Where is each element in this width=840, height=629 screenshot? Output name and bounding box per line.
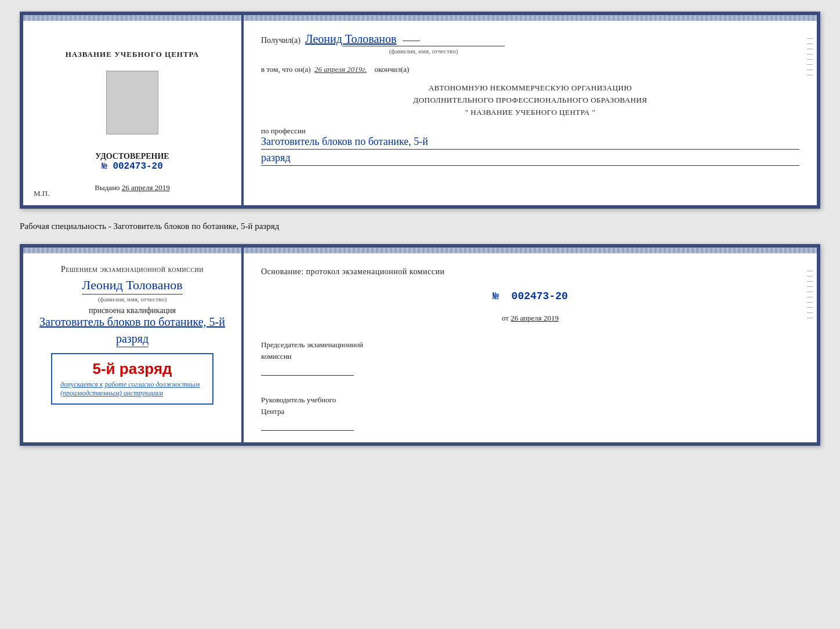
- rukovoditel-label-1: Руководитель учебного: [261, 394, 799, 406]
- okonchil-label: окончил(а): [374, 65, 409, 74]
- chairman-signature-line: [261, 365, 354, 376]
- vydano-label: Выдано: [95, 183, 120, 192]
- nazvanie-label: " НАЗВАНИЕ УЧЕБНОГО ЦЕНТРА ": [261, 107, 799, 119]
- avtonomnuyu-line2: ДОПОЛНИТЕЛЬНОГО ПРОФЕССИОНАЛЬНОГО ОБРАЗО…: [261, 94, 799, 107]
- document-card-1: НАЗВАНИЕ УЧЕБНОГО ЦЕНТРА УДОСТОВЕРЕНИЕ №…: [20, 12, 820, 209]
- razryad-big: разряд: [116, 332, 149, 347]
- leonid-name: Леонид Толованов: [82, 278, 182, 294]
- dopuskaetsya-text: допускается к работе согласно должностны…: [60, 380, 204, 398]
- recipient-name-1: Леонид Толованов: [305, 32, 397, 45]
- dash-after-name: [403, 41, 420, 41]
- specialty-label: Рабочая специальность - Заготовитель бло…: [20, 219, 820, 234]
- doc2-left-panel: Решением экзаменационной комиссии Леонид…: [23, 248, 244, 442]
- protocol-number: № 002473-20: [261, 290, 799, 302]
- chairman-block: Председатель экзаменационной комиссии: [261, 339, 799, 376]
- vtom-date: 26 апреля 2019г.: [314, 65, 367, 74]
- proto-prefix: №: [493, 290, 499, 302]
- instruktsii: (производственным) инструкциям: [60, 389, 204, 398]
- stamp-razryad: 5-й разряд: [60, 360, 204, 378]
- udostoverenie-label: УДОСТОВЕРЕНИЕ: [95, 152, 169, 161]
- dopuskaetsya-prefix: допускается к: [60, 380, 103, 388]
- poluchil-row: Получил(а) Леонид Толованов (фамилия, им…: [261, 32, 799, 54]
- document-card-2: Решением экзаменационной комиссии Леонид…: [20, 244, 820, 446]
- osnovanie-block: Основание: протокол экзаменационной коми…: [261, 267, 799, 277]
- udostoverenie-block: УДОСТОВЕРЕНИЕ № 002473-20: [95, 152, 169, 172]
- doc1-left-panel: НАЗВАНИЕ УЧЕБНОГО ЦЕНТРА УДОСТОВЕРЕНИЕ №…: [23, 15, 244, 205]
- photo-placeholder: [106, 71, 158, 134]
- number-value: 002473-20: [113, 161, 162, 172]
- avtonomnuyu-block: АВТОНОМНУЮ НЕКОММЕРЧЕСКУЮ ОРГАНИЗАЦИЮ ДО…: [261, 82, 799, 118]
- vydano-block: Выдано 26 апреля 2019: [95, 183, 169, 192]
- doc2-right-panel: Основание: протокол экзаменационной коми…: [244, 248, 817, 442]
- dopuskaetsya-work: работе согласно должностным: [104, 380, 200, 388]
- chairman-label-1: Председатель экзаменационной: [261, 339, 799, 351]
- prof-big: Заготовитель блоков по ботанике, 5-й: [39, 315, 225, 329]
- ot-prefix: от: [502, 314, 509, 322]
- fio-hint-1: (фамилия, имя, отчество): [342, 46, 505, 54]
- resheniem-label: Решением экзаменационной комиссии: [61, 265, 204, 274]
- rukovoditel-block: Руководитель учебного Центра: [261, 394, 799, 431]
- stamp-box: 5-й разряд допускается к работе согласно…: [51, 353, 213, 405]
- doc1-right-panel: Получил(а) Леонид Толованов (фамилия, им…: [244, 15, 817, 205]
- right-deco-1: [805, 38, 814, 203]
- razryad-text-1: разряд: [261, 152, 799, 166]
- page-container: НАЗВАНИЕ УЧЕБНОГО ЦЕНТРА УДОСТОВЕРЕНИЕ №…: [20, 12, 820, 446]
- ot-date-value: 26 апреля 2019: [510, 314, 559, 322]
- vtom-row: в том, что он(а) 26 апреля 2019г. окончи…: [261, 65, 799, 74]
- prisvoena-block: присвоена квалификация: [89, 306, 176, 315]
- ot-date-row: от 26 апреля 2019: [261, 314, 799, 323]
- mp-label: М.П.: [34, 189, 49, 198]
- po-professii-label: по профессии: [261, 126, 799, 136]
- chairman-label-2: комиссии: [261, 351, 799, 362]
- profession-text-1: Заготовитель блоков по ботанике, 5-й: [261, 136, 799, 150]
- po-professii-block: по профессии Заготовитель блоков по бота…: [261, 126, 799, 166]
- rukovoditel-label-2: Центра: [261, 406, 799, 417]
- vydano-date: 26 апреля 2019: [122, 183, 170, 192]
- rukovoditel-signature-line: [261, 420, 354, 431]
- fio-hint-2: (фамилия, имя, отчество): [98, 294, 167, 303]
- proto-number: 002473-20: [512, 290, 568, 302]
- poluchil-prefix: Получил(а): [261, 36, 300, 45]
- number-prefix: №: [102, 161, 107, 172]
- udostoverenie-number: № 002473-20: [95, 161, 169, 172]
- vtom-prefix: в том, что он(а): [261, 65, 311, 74]
- avtonomnuyu-line1: АВТОНОМНУЮ НЕКОММЕРЧЕСКУЮ ОРГАНИЗАЦИЮ: [261, 82, 799, 94]
- doc1-center-title: НАЗВАНИЕ УЧЕБНОГО ЦЕНТРА: [66, 50, 200, 59]
- right-deco-2: [805, 271, 814, 440]
